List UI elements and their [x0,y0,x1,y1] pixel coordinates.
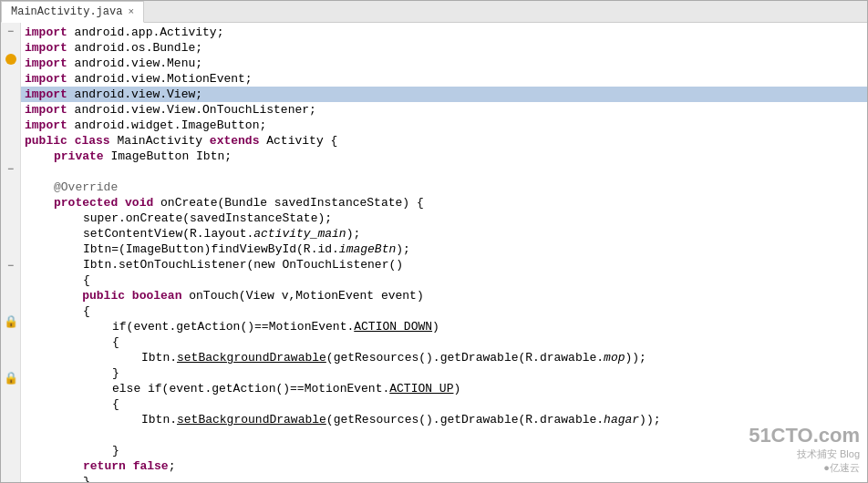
code-line: super.onCreate(savedInstanceState); [21,211,867,226]
code-line: { [21,303,867,319]
code-line: } [21,474,867,482]
gutter-item [1,343,20,356]
watermark-main: 51CTO.com [749,424,860,447]
watermark-sub2: ●亿速云 [749,461,860,475]
editor-tab[interactable]: MainActivity.java × [1,1,144,23]
close-icon[interactable]: × [128,6,134,17]
code-line: @Override [21,180,867,195]
gutter-item [1,273,20,287]
gutter-item [1,246,20,260]
gutter-item [1,66,20,79]
code-line: { [21,334,867,350]
code-line: } [21,365,867,381]
gutter-item [1,385,20,399]
tab-bar: MainActivity.java × [1,1,867,23]
code-line: import android.view.View.OnTouchListener… [21,102,867,118]
gutter-item [1,231,20,245]
gutter: −−−🔒🔒 [1,23,21,482]
gutter-item: − [1,260,20,273]
code-line: public class MainActivity extends Activi… [21,133,867,149]
editor-wrapper: −−−🔒🔒 import android.app.Activity;import… [1,23,867,482]
code-line: Ibtn=(ImageButton)findViewById(R.id.imag… [21,242,867,257]
code-line: import android.view.MotionEvent; [21,71,867,87]
gutter-item [1,204,20,218]
gutter-item [1,329,20,343]
gutter-item [1,301,20,314]
code-line: if(event.getAction()==MotionEvent.ACTION… [21,319,867,334]
code-line: public boolean onTouch(View v,MotionEven… [21,288,867,303]
code-line [21,164,867,180]
gutter-item [1,426,20,440]
code-line: Ibtn.setBackgroundDrawable(getResources(… [21,412,867,427]
code-line: private ImageButton Ibtn; [21,149,867,164]
gutter-item [1,52,20,66]
gutter-item [1,80,20,94]
code-line: import android.os.Bundle; [21,40,867,56]
watermark: 51CTO.com 技术捕安 Blog ●亿速云 [749,424,860,475]
gutter-item [1,149,20,162]
code-line: return false; [21,458,867,474]
gutter-item [1,413,20,426]
gutter-item [1,357,20,371]
code-line: else if(event.getAction()==MotionEvent.A… [21,381,867,396]
editor-window: MainActivity.java × −−−🔒🔒 import android… [0,0,868,483]
code-line: { [21,272,867,288]
code-line: Ibtn.setBackgroundDrawable(getResources(… [21,350,867,365]
editor-body: −−−🔒🔒 import android.app.Activity;import… [1,23,867,482]
code-line: } [21,443,867,458]
watermark-sub1: 技术捕安 Blog [749,447,860,461]
gutter-item [1,94,20,108]
gutter-item [1,468,20,482]
gutter-item [1,218,20,231]
code-line: setContentView(R.layout.activity_main); [21,226,867,242]
gutter-item [1,177,20,190]
code-line: Ibtn.setOnTouchListener(new OnTouchListe… [21,257,867,272]
code-line: import android.view.View; [21,87,867,102]
code-line: protected void onCreate(Bundle savedInst… [21,195,867,211]
gutter-item [1,108,20,121]
code-line: import android.view.Menu; [21,56,867,71]
gutter-item [1,287,20,301]
gutter-item [1,455,20,468]
gutter-item [1,135,20,149]
gutter-item [1,440,20,454]
code-line: { [21,396,867,412]
code-area[interactable]: import android.app.Activity;import andro… [21,23,867,482]
tab-label: MainActivity.java [11,5,122,18]
code-line: import android.app.Activity; [21,25,867,40]
gutter-item [1,38,20,52]
gutter-item [1,399,20,413]
gutter-item: 🔒 [1,371,20,385]
gutter-item: − [1,163,20,177]
gutter-item: 🔒 [1,314,20,329]
code-line [21,427,867,443]
gutter-item [1,121,20,135]
code-line: import android.widget.ImageButton; [21,118,867,133]
gutter-item [1,190,20,204]
gutter-item: − [1,25,20,38]
